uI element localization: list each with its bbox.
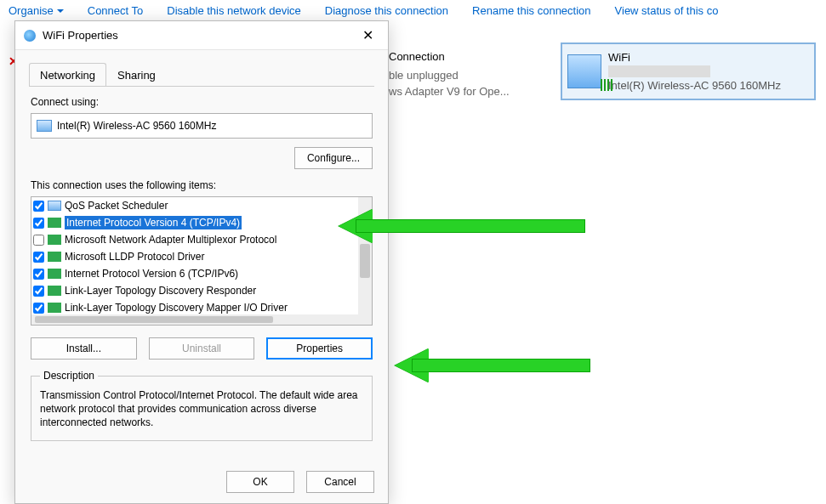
protocol-label: Microsoft LLDP Protocol Driver (65, 251, 205, 263)
wifi-item-title: WiFi (608, 51, 809, 64)
network-adapter-icon (37, 120, 52, 132)
adapter-field[interactable]: Intel(R) Wireless-AC 9560 160MHz (31, 113, 373, 139)
dialog-titlebar[interactable]: WiFi Properties ✕ (15, 21, 388, 50)
protocol-label: Internet Protocol Version 4 (TCP/IPv4) (65, 216, 242, 229)
protocol-item[interactable]: QoS Packet Scheduler (31, 197, 358, 214)
toolbar-rename[interactable]: Rename this connection (472, 4, 590, 17)
protocol-icon (48, 235, 61, 245)
protocol-checkbox[interactable] (33, 303, 44, 314)
description-legend: Description (40, 370, 98, 382)
tab-sharing[interactable]: Sharing (106, 63, 167, 86)
protocol-item[interactable]: Link-Layer Topology Discovery Mapper I/O… (31, 299, 358, 314)
properties-button[interactable]: Properties (266, 337, 373, 360)
cancel-button[interactable]: Cancel (306, 471, 374, 493)
bg-connection-title: Connection (389, 50, 445, 63)
protocol-checkbox[interactable] (33, 269, 44, 280)
toolbar-disable-device[interactable]: Disable this network device (167, 4, 301, 17)
toolbar-diagnose[interactable]: Diagnose this connection (325, 4, 448, 17)
protocol-label: Link-Layer Topology Discovery Responder (65, 285, 256, 297)
protocol-icon (48, 303, 61, 313)
close-button[interactable]: ✕ (356, 26, 379, 45)
horizontal-scroll-thumb[interactable] (35, 316, 273, 323)
dialog-title: WiFi Properties (43, 29, 118, 42)
protocol-label: Link-Layer Topology Discovery Mapper I/O… (65, 302, 288, 314)
vertical-scroll-thumb[interactable] (360, 244, 370, 278)
protocol-icon (48, 252, 61, 262)
protocol-label: Internet Protocol Version 6 (TCP/IPv6) (65, 268, 238, 280)
wifi-item-ssid-masked (608, 65, 710, 77)
protocol-item[interactable]: Microsoft Network Adapter Multiplexor Pr… (31, 231, 358, 248)
protocol-checkbox[interactable] (33, 286, 44, 297)
protocol-checkbox[interactable] (33, 235, 44, 246)
scheduler-icon (48, 201, 61, 211)
toolbar-connect-to[interactable]: Connect To (88, 4, 144, 17)
protocol-icon (48, 269, 61, 279)
items-label: This connection uses the following items… (31, 179, 373, 191)
protocol-item[interactable]: Microsoft LLDP Protocol Driver (31, 248, 358, 265)
install-button[interactable]: Install... (31, 337, 137, 360)
description-text: Transmission Control Protocol/Internet P… (40, 388, 363, 430)
protocol-item[interactable]: Internet Protocol Version 4 (TCP/IPv4) (31, 214, 358, 231)
bg-connection-adapter: ws Adapter V9 for Ope... (389, 85, 510, 98)
protocol-item[interactable]: Link-Layer Topology Discovery Responder (31, 282, 358, 299)
toolbar-view-status[interactable]: View status of this co (615, 4, 719, 17)
protocol-label: QoS Packet Scheduler (65, 200, 168, 212)
configure-button[interactable]: Configure... (294, 147, 373, 169)
network-toolbar: Organise Connect To Disable this network… (0, 0, 826, 20)
ok-button[interactable]: OK (226, 471, 294, 493)
monitor-wifi-icon (567, 54, 601, 88)
wifi-properties-dialog: WiFi Properties ✕ Networking Sharing Con… (14, 20, 389, 504)
bg-connection-status: ble unplugged (389, 69, 459, 82)
uninstall-button[interactable]: Uninstall (149, 337, 255, 360)
wifi-item-adapter: Intel(R) Wireless-AC 9560 160MHz (608, 79, 809, 92)
protocol-icon (48, 218, 61, 228)
connect-using-label: Connect using: (31, 96, 373, 108)
wifi-icon (24, 30, 36, 42)
annotation-arrow-ipv4 (322, 215, 585, 237)
protocol-checkbox[interactable] (33, 218, 44, 229)
protocol-icon (48, 286, 61, 296)
description-group: Description Transmission Control Protoco… (31, 370, 373, 441)
tab-networking[interactable]: Networking (29, 63, 106, 86)
protocol-label: Microsoft Network Adapter Multiplexor Pr… (65, 234, 276, 246)
protocol-checkbox[interactable] (33, 201, 44, 212)
tab-strip: Networking Sharing (29, 63, 374, 87)
horizontal-scrollbar[interactable] (31, 314, 372, 325)
annotation-arrow-properties (378, 354, 590, 377)
protocol-item[interactable]: Internet Protocol Version 6 (TCP/IPv6) (31, 265, 358, 282)
adapter-name: Intel(R) Wireless-AC 9560 160MHz (57, 120, 216, 132)
wifi-connection-item[interactable]: WiFi Intel(R) Wireless-AC 9560 160MHz (561, 42, 816, 100)
protocol-checkbox[interactable] (33, 252, 44, 263)
toolbar-organise[interactable]: Organise (9, 4, 64, 17)
